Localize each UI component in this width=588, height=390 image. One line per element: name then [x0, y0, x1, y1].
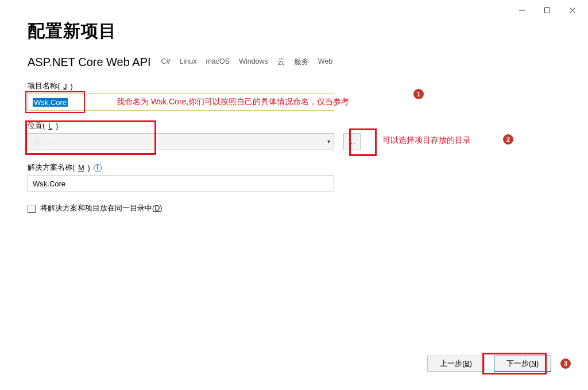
template-tags: C# Linux macOS Windows 云 服务 Web [161, 57, 333, 67]
same-directory-checkbox[interactable] [28, 205, 36, 213]
tag: Windows [239, 57, 268, 67]
footer-buttons: 上一步(B) 下一步(N) 3 [427, 356, 571, 372]
subtitle-row: ASP.NET Core Web API C# Linux macOS Wind… [28, 56, 571, 69]
annotation-text: 可以选择项目存放的目录 [382, 135, 471, 146]
project-name-label: 项目名称(J) [28, 81, 571, 91]
solution-name-label: 解决方案名称(M) i [28, 163, 571, 173]
maximize-button[interactable] [540, 5, 555, 16]
window-controls [506, 0, 588, 21]
location-input[interactable]: · \ · · · · ▾ [28, 133, 334, 150]
info-icon[interactable]: i [94, 164, 102, 172]
chevron-down-icon[interactable]: ▾ [327, 138, 330, 145]
location-label: 位置(L) [28, 121, 571, 131]
browse-button[interactable]: ... [343, 133, 361, 150]
tag: Linux [180, 57, 197, 67]
minimize-button[interactable] [514, 5, 529, 16]
solution-name-input[interactable]: Wsk.Core [28, 175, 334, 192]
back-button[interactable]: 上一步(B) [427, 356, 485, 372]
svg-rect-1 [545, 8, 550, 13]
close-button[interactable] [565, 5, 580, 16]
annotation-text: 我命名为 Wsk.Core,你们可以按照自己的具体情况命名，仅当参考 [117, 97, 349, 107]
annotation-badge: 1 [413, 89, 424, 99]
tag: C# [161, 57, 171, 67]
next-button[interactable]: 下一步(N) [494, 356, 551, 372]
tag: 云 [277, 57, 285, 67]
project-template-name: ASP.NET Core Web API [28, 56, 151, 69]
annotation-badge: 2 [503, 134, 513, 145]
tag: Web [318, 57, 332, 67]
same-directory-checkbox-row: 将解决方案和项目放在同一目录中(D) [28, 204, 571, 213]
tag: 服务 [294, 57, 309, 67]
tag: macOS [206, 57, 230, 67]
page-title: 配置新项目 [28, 20, 571, 43]
same-directory-label: 将解决方案和项目放在同一目录中(D) [40, 204, 162, 213]
annotation-badge: 3 [560, 358, 571, 369]
